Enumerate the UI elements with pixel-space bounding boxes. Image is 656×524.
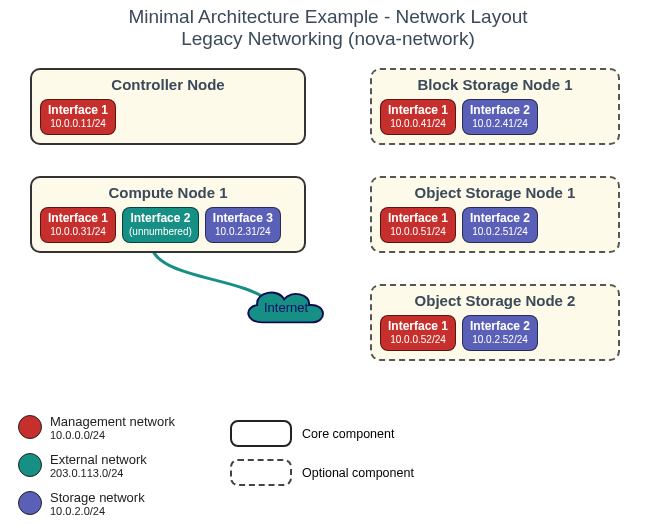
interface-name: Interface 1 xyxy=(387,212,449,226)
interface-addr: 10.0.2.31/24 xyxy=(212,226,274,238)
interface-badge: Interface 1 10.0.0.11/24 xyxy=(40,99,116,135)
node-title: Block Storage Node 1 xyxy=(380,76,610,93)
legend-name: Storage network xyxy=(50,490,145,505)
legend-row-stor: Storage network 10.0.2.0/24 xyxy=(18,488,175,518)
interface-name: Interface 1 xyxy=(387,320,449,334)
legend-components: Core component Optional component xyxy=(230,420,414,498)
internet-cloud: Internet xyxy=(238,284,334,330)
node-object2: Object Storage Node 2 Interface 1 10.0.0… xyxy=(370,284,620,361)
node-block1: Block Storage Node 1 Interface 1 10.0.0.… xyxy=(370,68,620,145)
swatch-icon xyxy=(18,491,42,515)
interface-name: Interface 1 xyxy=(47,212,109,226)
legend-addr: 10.0.0.0/24 xyxy=(50,429,175,441)
interface-addr: 10.0.0.51/24 xyxy=(387,226,449,238)
node-object1: Object Storage Node 1 Interface 1 10.0.0… xyxy=(370,176,620,253)
diagram-title-line1: Minimal Architecture Example - Network L… xyxy=(0,0,656,28)
legend-optional-label: Optional component xyxy=(302,466,414,480)
interface-name: Interface 3 xyxy=(212,212,274,226)
legend-core-row: Core component xyxy=(230,420,414,447)
box-sample-optional-icon xyxy=(230,459,292,486)
node-title: Object Storage Node 2 xyxy=(380,292,610,309)
node-compute1: Compute Node 1 Interface 1 10.0.0.31/24 … xyxy=(30,176,306,253)
node-title: Object Storage Node 1 xyxy=(380,184,610,201)
interface-badge: Interface 1 10.0.0.52/24 xyxy=(380,315,456,351)
interface-badge: Interface 2 (unnumbered) xyxy=(122,207,199,243)
interface-name: Interface 2 xyxy=(469,212,531,226)
interface-name: Interface 2 xyxy=(129,212,192,226)
node-controller: Controller Node Interface 1 10.0.0.11/24 xyxy=(30,68,306,145)
box-sample-core-icon xyxy=(230,420,292,447)
legend-addr: 203.0.113.0/24 xyxy=(50,467,147,479)
swatch-icon xyxy=(18,415,42,439)
interface-name: Interface 1 xyxy=(387,104,449,118)
interface-addr: 10.0.0.31/24 xyxy=(47,226,109,238)
legend-core-label: Core component xyxy=(302,427,394,441)
interface-badge: Interface 1 10.0.0.31/24 xyxy=(40,207,116,243)
internet-label: Internet xyxy=(264,300,308,315)
legend-networks: Management network 10.0.0.0/24 External … xyxy=(18,412,175,524)
interface-name: Interface 1 xyxy=(47,104,109,118)
legend-row-mgmt: Management network 10.0.0.0/24 xyxy=(18,412,175,442)
interface-addr: 10.0.2.51/24 xyxy=(469,226,531,238)
interface-name: Interface 2 xyxy=(469,320,531,334)
interface-addr: 10.0.0.11/24 xyxy=(47,118,109,130)
interface-badge: Interface 1 10.0.0.51/24 xyxy=(380,207,456,243)
interface-addr: 10.0.0.41/24 xyxy=(387,118,449,130)
interface-addr: 10.0.2.41/24 xyxy=(469,118,531,130)
interface-addr: 10.0.2.52/24 xyxy=(469,334,531,346)
swatch-icon xyxy=(18,453,42,477)
interface-addr: 10.0.0.52/24 xyxy=(387,334,449,346)
interface-addr: (unnumbered) xyxy=(129,226,192,238)
legend-optional-row: Optional component xyxy=(230,459,414,486)
interface-badge: Interface 3 10.0.2.31/24 xyxy=(205,207,281,243)
interface-badge: Interface 2 10.0.2.52/24 xyxy=(462,315,538,351)
diagram-title-line2: Legacy Networking (nova-network) xyxy=(0,28,656,50)
legend-row-ext: External network 203.0.113.0/24 xyxy=(18,450,175,480)
node-title: Controller Node xyxy=(40,76,296,93)
interface-badge: Interface 2 10.0.2.41/24 xyxy=(462,99,538,135)
interface-name: Interface 2 xyxy=(469,104,531,118)
interface-badge: Interface 1 10.0.0.41/24 xyxy=(380,99,456,135)
node-title: Compute Node 1 xyxy=(40,184,296,201)
legend-name: External network xyxy=(50,452,147,467)
legend-addr: 10.0.2.0/24 xyxy=(50,505,145,517)
legend-name: Management network xyxy=(50,414,175,429)
interface-badge: Interface 2 10.0.2.51/24 xyxy=(462,207,538,243)
